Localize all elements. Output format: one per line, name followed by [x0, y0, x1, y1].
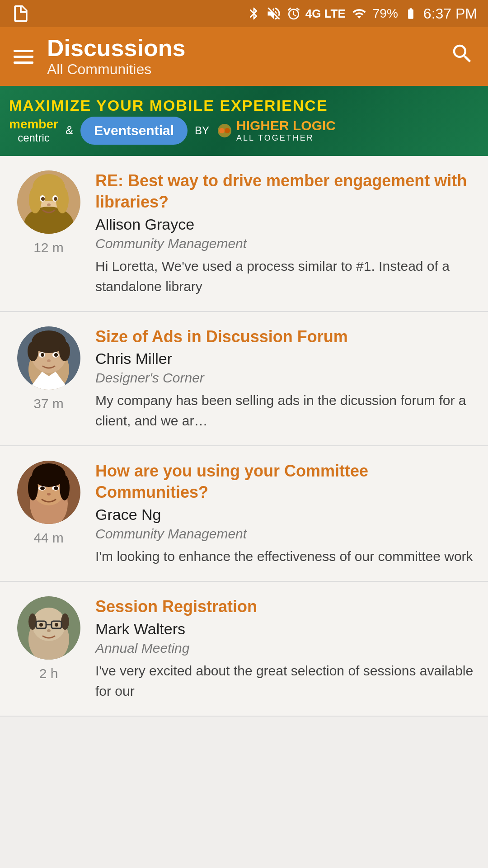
- menu-button[interactable]: [14, 50, 33, 64]
- svg-point-8: [29, 186, 42, 213]
- avatar: [17, 170, 80, 234]
- app-bar-title-area: Discussions All Communities: [47, 35, 450, 78]
- discussion-item[interactable]: 2 h Session Registration Mark Walters An…: [0, 582, 488, 717]
- discussion-author: Allison Grayce: [95, 216, 474, 233]
- discussion-item[interactable]: 44 m How are you using your Committee Co…: [0, 446, 488, 582]
- banner-centric: centric: [18, 132, 50, 144]
- time-label: 2 h: [39, 666, 58, 681]
- svg-point-14: [47, 203, 51, 206]
- svg-point-1: [219, 128, 225, 133]
- svg-point-2: [225, 128, 230, 133]
- avatar-time-col: 12 m: [14, 170, 84, 255]
- svg-point-31: [60, 475, 70, 500]
- time-label: 37 m: [33, 396, 64, 411]
- avatar: [17, 461, 80, 524]
- status-bar: 4G LTE 79% 6:37 PM: [0, 0, 488, 27]
- svg-point-12: [41, 197, 45, 201]
- avatar: [17, 596, 80, 660]
- discussion-preview: Hi Loretta, We've used a process similar…: [95, 256, 474, 297]
- app-subtitle: All Communities: [47, 61, 450, 78]
- discussion-content: Session Registration Mark Walters Annual…: [95, 596, 474, 701]
- status-bar-left: [11, 4, 31, 24]
- discussion-preview: I'm looking to enhance the effectiveness…: [95, 546, 474, 566]
- discussion-preview: My company has been selling ads in the d…: [95, 390, 474, 431]
- bluetooth-icon: [247, 6, 261, 21]
- discussion-title: RE: Best way to drive member engagement …: [95, 170, 474, 213]
- svg-point-47: [47, 629, 51, 632]
- document-icon: [11, 4, 31, 24]
- time-label: 12 m: [33, 240, 64, 255]
- higher-logic-logo: HIGHER LOGIC ALL TOGETHER: [236, 118, 336, 143]
- svg-point-30: [28, 475, 38, 500]
- app-bar: Discussions All Communities: [0, 27, 488, 86]
- avatar: [17, 326, 80, 390]
- banner-eventsential: Eventsential: [80, 117, 188, 145]
- status-bar-right: 4G LTE 79% 6:37 PM: [247, 5, 477, 22]
- banner-by: BY: [195, 124, 209, 137]
- discussion-content: How are you using your Committee Communi…: [95, 461, 474, 566]
- svg-point-35: [54, 486, 58, 490]
- discussion-community: Designer's Corner: [95, 370, 474, 386]
- avatar-time-col: 44 m: [14, 461, 84, 546]
- svg-point-23: [41, 353, 44, 357]
- svg-point-24: [54, 353, 58, 357]
- svg-point-41: [61, 613, 69, 630]
- discussion-list: 12 m RE: Best way to drive member engage…: [0, 156, 488, 717]
- time-label: 44 m: [33, 530, 64, 546]
- discussion-preview: I've very excited about the great select…: [95, 660, 474, 701]
- svg-point-40: [28, 613, 37, 630]
- avatar-time-col: 37 m: [14, 326, 84, 411]
- discussion-title: How are you using your Committee Communi…: [95, 461, 474, 503]
- higher-logic-name: HIGHER LOGIC: [236, 118, 336, 133]
- svg-point-13: [54, 197, 57, 201]
- search-button[interactable]: [450, 42, 474, 71]
- discussion-title: Size of Ads in Discussion Forum: [95, 326, 474, 348]
- svg-point-46: [55, 623, 58, 627]
- discussion-content: RE: Best way to drive member engagement …: [95, 170, 474, 297]
- discussion-community: Community Management: [95, 526, 474, 542]
- discussion-author: Mark Walters: [95, 620, 474, 638]
- svg-point-34: [40, 486, 45, 490]
- all-together: ALL TOGETHER: [236, 133, 314, 143]
- banner-member: member: [9, 117, 58, 132]
- app-title: Discussions: [47, 35, 450, 61]
- discussion-title: Session Registration: [95, 596, 474, 618]
- alarm-icon: [286, 6, 301, 21]
- svg-point-45: [39, 623, 43, 627]
- signal-icon: [350, 6, 368, 21]
- banner-content: MAXIMIZE YOUR MOBILE EXPERIENCE member c…: [0, 98, 488, 145]
- battery-percentage: 79%: [373, 6, 398, 21]
- battery-icon: [403, 7, 419, 20]
- avatar-time-col: 2 h: [14, 596, 84, 681]
- banner-ad[interactable]: MAXIMIZE YOUR MOBILE EXPERIENCE member c…: [0, 86, 488, 156]
- discussion-community: Community Management: [95, 236, 474, 251]
- discussion-item[interactable]: 37 m Size of Ads in Discussion Forum Chr…: [0, 312, 488, 447]
- status-time: 6:37 PM: [423, 5, 477, 22]
- discussion-content: Size of Ads in Discussion Forum Chris Mi…: [95, 326, 474, 431]
- mute-icon: [266, 5, 282, 22]
- svg-point-9: [56, 186, 69, 213]
- discussion-author: Chris Miller: [95, 350, 474, 368]
- banner-left: MAXIMIZE YOUR MOBILE EXPERIENCE member c…: [9, 98, 336, 145]
- lte-indicator: 4G LTE: [305, 7, 346, 21]
- higher-logic-icon: [216, 123, 233, 139]
- discussion-community: Annual Meeting: [95, 641, 474, 656]
- banner-top-text: MAXIMIZE YOUR MOBILE EXPERIENCE: [9, 98, 336, 113]
- svg-point-36: [47, 493, 51, 495]
- svg-point-20: [59, 341, 70, 361]
- svg-point-19: [28, 341, 38, 361]
- discussion-item[interactable]: 12 m RE: Best way to drive member engage…: [0, 156, 488, 312]
- discussion-author: Grace Ng: [95, 506, 474, 524]
- svg-point-25: [47, 359, 51, 362]
